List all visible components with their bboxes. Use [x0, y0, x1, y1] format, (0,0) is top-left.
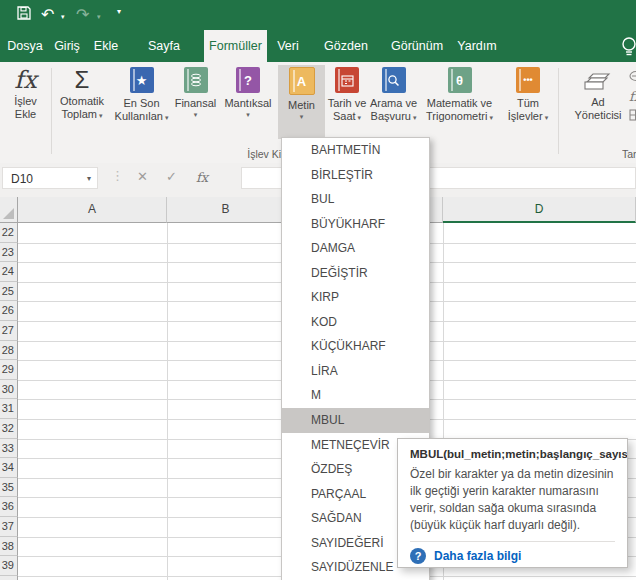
button-label: İşlevler▾: [508, 110, 548, 124]
row-header[interactable]: 28: [0, 341, 18, 361]
menu-item-kirp[interactable]: KIRP: [282, 285, 429, 310]
group-label-defined-names: Tanımlı Adlar: [622, 148, 636, 162]
row-header[interactable]: 24: [0, 262, 18, 282]
button-label: Tarih ve: [328, 97, 367, 110]
tab-gozden-gecir[interactable]: Gözden Geçir: [312, 30, 380, 62]
button-label: Mantıksal: [224, 97, 271, 110]
undo-dropdown-arrow-icon[interactable]: ▾: [61, 13, 65, 21]
row-header[interactable]: 36: [0, 497, 18, 517]
select-all-corner[interactable]: [0, 197, 18, 223]
row-header[interactable]: 27: [0, 321, 18, 341]
use-in-formula-icon[interactable]: fx: [629, 89, 636, 104]
name-manager-button[interactable]: Ad Yöneticisi: [568, 65, 628, 137]
text-functions-button[interactable]: A Metin ▾: [278, 65, 325, 139]
column-header-d[interactable]: D: [443, 197, 636, 223]
redo-dropdown-arrow-icon: ▾: [97, 13, 101, 21]
button-label: Tüm: [517, 97, 539, 110]
more-functions-book-icon: •••: [516, 67, 540, 93]
row-header[interactable]: 23: [0, 243, 18, 263]
button-label: Yöneticisi: [574, 109, 621, 122]
tab-yardim[interactable]: Yardım: [455, 30, 499, 62]
more-functions-button[interactable]: ••• Tüm İşlevler▾: [501, 65, 555, 137]
more-info-link[interactable]: Daha fazla bilgi: [434, 549, 521, 563]
tab-veri[interactable]: Veri: [275, 30, 301, 62]
button-label: Ad: [591, 96, 604, 109]
button-label: Ekle: [15, 108, 36, 121]
recently-used-book-icon: ★: [130, 67, 154, 93]
row-header[interactable]: 26: [0, 301, 18, 321]
row-header[interactable]: 38: [0, 537, 18, 557]
customize-quick-access-icon[interactable]: ▾: [113, 9, 125, 15]
row-header[interactable]: 32: [0, 419, 18, 439]
tab-formuller[interactable]: Formüller: [204, 30, 267, 62]
row-header[interactable]: 33: [0, 439, 18, 459]
lookup-reference-button[interactable]: Arama ve Başvuru▾: [369, 65, 418, 137]
undo-icon[interactable]: ↶: [41, 6, 54, 24]
tab-gorunum[interactable]: Görünüm: [391, 30, 442, 62]
menu-item-lira[interactable]: LİRA: [282, 359, 429, 384]
help-circle-icon: ?: [410, 548, 426, 564]
create-from-selection-icon[interactable]: [629, 109, 636, 121]
column-header-a[interactable]: A: [18, 197, 167, 223]
menu-item-bahtmetin[interactable]: BAHTMETİN: [282, 138, 429, 163]
dropdown-arrow-icon: ▾: [489, 114, 493, 121]
button-label: Saat▾: [333, 110, 361, 124]
logical-button[interactable]: ? Mantıksal ▾: [219, 65, 277, 137]
date-time-button[interactable]: Tarih ve Saat▾: [326, 65, 368, 137]
math-trig-button[interactable]: θ Matematik ve Trigonometri▾: [419, 65, 500, 137]
menu-item-bul[interactable]: BUL: [282, 187, 429, 212]
financial-button[interactable]: Finansal ▾: [173, 65, 218, 137]
row-header[interactable]: 35: [0, 478, 18, 498]
group-label-function-library: İşlev Kitaplığı: [0, 148, 557, 162]
row-header[interactable]: [0, 576, 18, 580]
tell-me-lightbulb-icon[interactable]: [616, 35, 636, 59]
excel-window: ↶ ▾ ↷ ▾ ▾ Dosya Giriş Ekle Sayfa Düzeni …: [0, 0, 636, 580]
row-header[interactable]: 34: [0, 458, 18, 478]
menu-item-birlestir[interactable]: BİRLEŞTİR: [282, 163, 429, 188]
formula-bar-separator-icon: ⋮: [111, 168, 124, 183]
redo-icon: ↷: [76, 6, 89, 24]
row-header[interactable]: 29: [0, 360, 18, 380]
menu-item-m[interactable]: M: [282, 383, 429, 408]
tab-ekle[interactable]: Ekle: [92, 30, 120, 62]
button-label: En Son: [123, 97, 159, 110]
row-header[interactable]: 25: [0, 282, 18, 302]
save-icon[interactable]: [16, 5, 32, 21]
tooltip-title: MBUL(bul_metin;metin;başlangıç_sayısı): [410, 448, 615, 460]
menu-item-kucukharf[interactable]: KÜÇÜKHARF: [282, 334, 429, 359]
define-name-icon[interactable]: [629, 70, 636, 83]
menu-item-degistir[interactable]: DEĞİŞTİR: [282, 261, 429, 286]
dropdown-arrow-icon: ▾: [246, 110, 250, 119]
menu-item-mbul[interactable]: MBUL: [282, 408, 429, 433]
sigma-icon: Σ: [75, 65, 90, 95]
name-box[interactable]: D10 ▾: [2, 167, 98, 189]
cancel-icon[interactable]: ✕: [137, 169, 148, 184]
row-header[interactable]: 30: [0, 380, 18, 400]
group-separator: [558, 68, 559, 154]
logical-book-icon: ?: [236, 67, 260, 93]
tab-sayfa-duzeni[interactable]: Sayfa Düzeni: [131, 30, 197, 62]
button-label: İşlev: [14, 95, 37, 108]
insert-function-fx-icon[interactable]: fx: [196, 170, 208, 185]
row-header[interactable]: 39: [0, 556, 18, 576]
menu-item-damga[interactable]: DAMGA: [282, 236, 429, 261]
menu-item-kod[interactable]: KOD: [282, 310, 429, 335]
tab-giris[interactable]: Giriş: [51, 30, 83, 62]
insert-function-button[interactable]: fx İşlev Ekle: [2, 65, 49, 137]
corner-triangle-icon: [3, 208, 14, 219]
financial-book-icon: [184, 67, 208, 93]
button-label: Metin: [288, 99, 315, 112]
row-header[interactable]: 37: [0, 517, 18, 537]
enter-icon[interactable]: ✓: [166, 169, 177, 184]
name-box-arrow-icon[interactable]: ▾: [87, 168, 91, 190]
dropdown-arrow-icon: ▾: [194, 110, 198, 119]
row-header[interactable]: 22: [0, 223, 18, 243]
column-header-b[interactable]: B: [167, 197, 285, 223]
math-trig-book-icon: θ: [448, 67, 472, 93]
tab-dosya[interactable]: Dosya: [6, 30, 44, 62]
menu-item-buyukharf[interactable]: BÜYÜKHARF: [282, 212, 429, 237]
row-header[interactable]: 31: [0, 399, 18, 419]
button-label: Arama ve: [370, 97, 417, 110]
recently-used-button[interactable]: ★ En Son Kullanılan▾: [111, 65, 172, 137]
autosum-button[interactable]: Σ Otomatik Toplam▾: [54, 65, 110, 137]
